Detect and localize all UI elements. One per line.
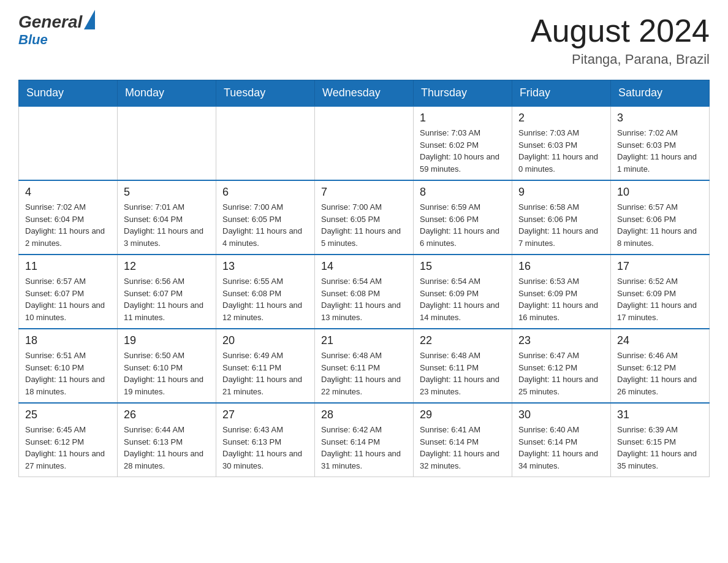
calendar-cell (118, 106, 216, 180)
calendar-cell: 21Sunrise: 6:48 AMSunset: 6:11 PMDayligh… (315, 329, 414, 403)
day-number: 23 (518, 334, 604, 347)
calendar-cell: 23Sunrise: 6:47 AMSunset: 6:12 PMDayligh… (512, 329, 611, 403)
calendar-cell: 8Sunrise: 6:59 AMSunset: 6:06 PMDaylight… (414, 180, 512, 255)
day-info: Sunrise: 7:02 AMSunset: 6:03 PMDaylight:… (617, 127, 703, 175)
calendar-cell: 6Sunrise: 7:00 AMSunset: 6:05 PMDaylight… (216, 180, 315, 255)
calendar-cell: 26Sunrise: 6:44 AMSunset: 6:13 PMDayligh… (118, 403, 216, 477)
day-info: Sunrise: 6:39 AMSunset: 6:15 PMDaylight:… (617, 424, 703, 472)
header-saturday: Saturday (611, 80, 710, 107)
day-number: 3 (617, 112, 703, 124)
calendar-header-row: SundayMondayTuesdayWednesdayThursdayFrid… (19, 80, 710, 107)
day-number: 31 (617, 408, 703, 421)
day-number: 30 (518, 408, 604, 421)
logo-general-text: General (18, 12, 82, 32)
calendar-cell: 20Sunrise: 6:49 AMSunset: 6:11 PMDayligh… (216, 329, 315, 403)
day-number: 11 (25, 260, 111, 273)
calendar-table: SundayMondayTuesdayWednesdayThursdayFrid… (18, 80, 710, 477)
day-number: 29 (420, 408, 506, 421)
day-info: Sunrise: 6:43 AMSunset: 6:13 PMDaylight:… (222, 424, 308, 472)
day-info: Sunrise: 6:58 AMSunset: 6:06 PMDaylight:… (518, 201, 604, 249)
day-number: 24 (617, 334, 703, 347)
day-number: 22 (420, 334, 506, 347)
day-number: 21 (321, 334, 407, 347)
calendar-cell (19, 106, 118, 180)
header-tuesday: Tuesday (216, 80, 315, 107)
day-info: Sunrise: 6:55 AMSunset: 6:08 PMDaylight:… (222, 275, 308, 323)
day-number: 2 (518, 112, 604, 124)
day-info: Sunrise: 6:56 AMSunset: 6:07 PMDaylight:… (124, 275, 210, 323)
calendar-cell: 15Sunrise: 6:54 AMSunset: 6:09 PMDayligh… (414, 255, 512, 329)
month-title: August 2024 (531, 12, 710, 49)
day-info: Sunrise: 6:51 AMSunset: 6:10 PMDaylight:… (25, 350, 111, 397)
header-thursday: Thursday (414, 80, 512, 107)
day-info: Sunrise: 6:48 AMSunset: 6:11 PMDaylight:… (420, 350, 506, 397)
day-number: 12 (124, 260, 210, 273)
calendar-cell: 17Sunrise: 6:52 AMSunset: 6:09 PMDayligh… (611, 255, 710, 329)
day-info: Sunrise: 7:00 AMSunset: 6:05 PMDaylight:… (222, 201, 308, 249)
day-info: Sunrise: 7:03 AMSunset: 6:03 PMDaylight:… (518, 127, 604, 175)
day-info: Sunrise: 6:49 AMSunset: 6:11 PMDaylight:… (222, 350, 308, 397)
day-info: Sunrise: 7:02 AMSunset: 6:04 PMDaylight:… (25, 201, 111, 249)
day-number: 4 (25, 186, 111, 199)
calendar-cell: 11Sunrise: 6:57 AMSunset: 6:07 PMDayligh… (19, 255, 118, 329)
day-number: 28 (321, 408, 407, 421)
day-info: Sunrise: 7:01 AMSunset: 6:04 PMDaylight:… (124, 201, 210, 249)
week-row-2: 4Sunrise: 7:02 AMSunset: 6:04 PMDaylight… (19, 180, 710, 255)
header-wednesday: Wednesday (315, 80, 414, 107)
calendar-cell: 16Sunrise: 6:53 AMSunset: 6:09 PMDayligh… (512, 255, 611, 329)
day-info: Sunrise: 6:54 AMSunset: 6:08 PMDaylight:… (321, 275, 407, 323)
day-number: 1 (420, 112, 506, 124)
day-info: Sunrise: 7:00 AMSunset: 6:05 PMDaylight:… (321, 201, 407, 249)
day-info: Sunrise: 6:47 AMSunset: 6:12 PMDaylight:… (518, 350, 604, 397)
calendar-cell: 1Sunrise: 7:03 AMSunset: 6:02 PMDaylight… (414, 106, 512, 180)
day-number: 9 (518, 186, 604, 199)
calendar-cell: 18Sunrise: 6:51 AMSunset: 6:10 PMDayligh… (19, 329, 118, 403)
day-number: 16 (518, 260, 604, 273)
calendar-cell: 5Sunrise: 7:01 AMSunset: 6:04 PMDaylight… (118, 180, 216, 255)
day-number: 27 (222, 408, 308, 421)
week-row-5: 25Sunrise: 6:45 AMSunset: 6:12 PMDayligh… (19, 403, 710, 477)
header-friday: Friday (512, 80, 611, 107)
day-info: Sunrise: 6:46 AMSunset: 6:12 PMDaylight:… (617, 350, 703, 397)
calendar-cell: 3Sunrise: 7:02 AMSunset: 6:03 PMDaylight… (611, 106, 710, 180)
day-number: 10 (617, 186, 703, 199)
header-sunday: Sunday (19, 80, 118, 107)
calendar-cell: 12Sunrise: 6:56 AMSunset: 6:07 PMDayligh… (118, 255, 216, 329)
day-info: Sunrise: 6:44 AMSunset: 6:13 PMDaylight:… (124, 424, 210, 472)
day-number: 19 (124, 334, 210, 347)
day-info: Sunrise: 6:48 AMSunset: 6:11 PMDaylight:… (321, 350, 407, 397)
calendar-cell: 14Sunrise: 6:54 AMSunset: 6:08 PMDayligh… (315, 255, 414, 329)
calendar-cell: 31Sunrise: 6:39 AMSunset: 6:15 PMDayligh… (611, 403, 710, 477)
calendar-cell (216, 106, 315, 180)
day-info: Sunrise: 6:45 AMSunset: 6:12 PMDaylight:… (25, 424, 111, 472)
day-info: Sunrise: 6:53 AMSunset: 6:09 PMDaylight:… (518, 275, 604, 323)
logo-triangle-icon (84, 10, 95, 29)
day-number: 7 (321, 186, 407, 199)
day-number: 17 (617, 260, 703, 273)
calendar-cell: 30Sunrise: 6:40 AMSunset: 6:14 PMDayligh… (512, 403, 611, 477)
header-monday: Monday (118, 80, 216, 107)
day-number: 18 (25, 334, 111, 347)
calendar-cell: 29Sunrise: 6:41 AMSunset: 6:14 PMDayligh… (414, 403, 512, 477)
calendar-cell: 13Sunrise: 6:55 AMSunset: 6:08 PMDayligh… (216, 255, 315, 329)
calendar-cell: 19Sunrise: 6:50 AMSunset: 6:10 PMDayligh… (118, 329, 216, 403)
week-row-4: 18Sunrise: 6:51 AMSunset: 6:10 PMDayligh… (19, 329, 710, 403)
title-area: August 2024 Pitanga, Parana, Brazil (531, 12, 710, 67)
calendar-cell: 25Sunrise: 6:45 AMSunset: 6:12 PMDayligh… (19, 403, 118, 477)
day-info: Sunrise: 6:59 AMSunset: 6:06 PMDaylight:… (420, 201, 506, 249)
calendar-cell: 4Sunrise: 7:02 AMSunset: 6:04 PMDaylight… (19, 180, 118, 255)
day-info: Sunrise: 6:57 AMSunset: 6:06 PMDaylight:… (617, 201, 703, 249)
logo: General Blue (18, 12, 95, 48)
day-number: 5 (124, 186, 210, 199)
day-number: 20 (222, 334, 308, 347)
calendar-cell: 22Sunrise: 6:48 AMSunset: 6:11 PMDayligh… (414, 329, 512, 403)
calendar-cell: 28Sunrise: 6:42 AMSunset: 6:14 PMDayligh… (315, 403, 414, 477)
logo-blue-text: Blue (18, 32, 48, 47)
day-number: 15 (420, 260, 506, 273)
day-number: 8 (420, 186, 506, 199)
calendar-cell: 2Sunrise: 7:03 AMSunset: 6:03 PMDaylight… (512, 106, 611, 180)
day-info: Sunrise: 6:54 AMSunset: 6:09 PMDaylight:… (420, 275, 506, 323)
location-text: Pitanga, Parana, Brazil (531, 52, 710, 67)
day-number: 14 (321, 260, 407, 273)
page-header: General Blue August 2024 Pitanga, Parana… (18, 12, 710, 67)
